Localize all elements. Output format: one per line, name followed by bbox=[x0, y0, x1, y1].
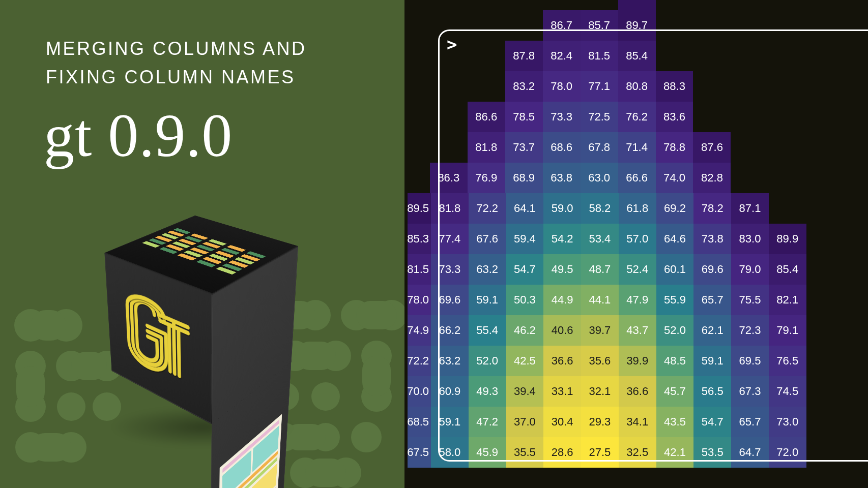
heatmap-cell: 70.0 bbox=[408, 376, 431, 407]
heatmap-cell: 46.2 bbox=[506, 315, 544, 346]
heatmap-cell bbox=[806, 193, 844, 224]
heatmap-cell: 83.2 bbox=[505, 71, 543, 102]
heatmap-cell: 52.4 bbox=[619, 254, 656, 285]
heatmap-cell bbox=[806, 224, 844, 254]
heatmap-cell bbox=[806, 163, 844, 193]
heatmap-cell bbox=[844, 437, 868, 468]
heatmap-row: 85.377.467.659.454.253.457.064.673.883.0… bbox=[408, 224, 868, 254]
heatmap-cell: 52.0 bbox=[469, 346, 506, 376]
heatmap-cell bbox=[806, 41, 844, 71]
heatmap-cell bbox=[408, 71, 430, 102]
heatmap-cell: 72.0 bbox=[769, 437, 806, 468]
heatmap-cell: 59.0 bbox=[543, 193, 581, 224]
heatmap-cell: 81.5 bbox=[581, 41, 618, 71]
heatmap-cell bbox=[505, 0, 543, 10]
heatmap-cell bbox=[806, 346, 844, 376]
heatmap-cell: 89.9 bbox=[769, 224, 806, 254]
heatmap-cell: 59.1 bbox=[469, 285, 506, 315]
heatmap-cell: 85.3 bbox=[408, 224, 431, 254]
heatmap-cell: 47.9 bbox=[619, 285, 656, 315]
heatmap-cell: 67.6 bbox=[469, 224, 506, 254]
heatmap-cell bbox=[731, 102, 768, 132]
heatmap-row: 86.678.573.372.576.283.6 bbox=[408, 102, 868, 132]
heatmap-cell: 87.1 bbox=[731, 193, 769, 224]
heatmap-cell: 29.3 bbox=[581, 407, 619, 437]
tagline-line-2: FIXING COLUMN NAMES bbox=[46, 63, 307, 92]
heatmap-cell: 64.1 bbox=[506, 193, 544, 224]
heatmap-cell: 76.9 bbox=[468, 163, 505, 193]
heatmap-cell: 45.7 bbox=[656, 376, 694, 407]
hero-tagline: MERGING COLUMNS AND FIXING COLUMN NAMES bbox=[46, 35, 307, 92]
svg-point-3 bbox=[15, 351, 46, 381]
heatmap-cell: 76.2 bbox=[618, 102, 656, 132]
heatmap-cell bbox=[468, 0, 505, 10]
heatmap-cell bbox=[844, 0, 868, 10]
heatmap-cell: 78.5 bbox=[505, 102, 543, 132]
heatmap-cell: 71.4 bbox=[618, 132, 656, 163]
heatmap-cell: 32.1 bbox=[581, 376, 619, 407]
heatmap-cell bbox=[844, 376, 868, 407]
heatmap-cell bbox=[430, 10, 468, 41]
heatmap-cell bbox=[844, 315, 868, 346]
heatmap-cell bbox=[731, 163, 768, 193]
heatmap-cell: 83.6 bbox=[656, 102, 693, 132]
heatmap-cell: 63.2 bbox=[469, 254, 506, 285]
cube-right-layout-card bbox=[219, 414, 282, 488]
heatmap-cell bbox=[430, 71, 468, 102]
heatmap-cell: 73.3 bbox=[543, 102, 581, 132]
heatmap-cell bbox=[468, 41, 505, 71]
svg-point-23 bbox=[361, 341, 392, 371]
heatmap-cell: 49.5 bbox=[543, 254, 581, 285]
heatmap-cell: 83.0 bbox=[731, 224, 769, 254]
heatmap-cell bbox=[731, 132, 768, 163]
hero-panel: MERGING COLUMNS AND FIXING COLUMN NAMES … bbox=[0, 0, 404, 488]
heatmap-row: 86.376.968.963.863.066.674.082.8 bbox=[408, 163, 868, 193]
heatmap-cell: 77.4 bbox=[431, 224, 469, 254]
heatmap-cell: 58.2 bbox=[581, 193, 619, 224]
heatmap-cell bbox=[806, 376, 844, 407]
heatmap-cell bbox=[768, 41, 806, 71]
heatmap-cell bbox=[408, 102, 430, 132]
gt-logo-icon bbox=[119, 275, 197, 400]
heatmap-cell: 68.9 bbox=[505, 163, 543, 193]
heatmap-cell: 37.0 bbox=[506, 407, 544, 437]
heatmap-cell bbox=[806, 10, 844, 41]
heatmap-cell: 60.1 bbox=[656, 254, 694, 285]
heatmap-cell bbox=[768, 102, 806, 132]
heatmap-cell: 79.0 bbox=[731, 254, 769, 285]
heatmap-cell bbox=[693, 71, 731, 102]
heatmap-cell: 89.7 bbox=[618, 10, 656, 41]
heatmap-cell bbox=[656, 10, 693, 41]
heatmap-cell: 64.7 bbox=[731, 437, 769, 468]
heatmap-cell: 82.8 bbox=[693, 163, 731, 193]
heatmap-cell: 58.0 bbox=[431, 437, 469, 468]
heatmap-cell bbox=[806, 407, 844, 437]
tagline-line-1: MERGING COLUMNS AND bbox=[46, 35, 307, 63]
heatmap-row: 67.558.045.935.528.627.532.542.153.564.7… bbox=[408, 437, 868, 468]
heatmap-cell: 74.0 bbox=[656, 163, 693, 193]
heatmap-cell bbox=[408, 132, 430, 163]
heatmap-cell bbox=[693, 41, 731, 71]
heatmap-cell: 67.5 bbox=[408, 437, 431, 468]
heatmap-cell: 78.0 bbox=[408, 285, 431, 315]
heatmap-cell bbox=[468, 10, 505, 41]
heatmap-cell: 44.1 bbox=[581, 285, 619, 315]
heatmap-cell: 47.2 bbox=[469, 407, 506, 437]
heatmap-row: 86.785.789.7 bbox=[408, 10, 868, 41]
svg-rect-5 bbox=[16, 366, 45, 407]
heatmap-cell bbox=[768, 10, 806, 41]
heatmap-cell: 36.6 bbox=[543, 346, 581, 376]
heatmap-cell: 40.6 bbox=[543, 315, 581, 346]
heatmap-cell bbox=[844, 132, 868, 163]
heatmap-cell bbox=[806, 437, 844, 468]
heatmap-cell bbox=[468, 71, 505, 102]
heatmap-row: 89.581.872.264.159.058.261.869.278.287.1 bbox=[408, 193, 868, 224]
heatmap-cell: 72.5 bbox=[581, 102, 618, 132]
heatmap-cell bbox=[806, 285, 844, 315]
heatmap-cell bbox=[769, 193, 806, 224]
heatmap-row: 81.573.363.254.749.548.752.460.169.679.0… bbox=[408, 254, 868, 285]
heatmap-cell: 65.7 bbox=[693, 285, 731, 315]
heatmap-cell bbox=[844, 254, 868, 285]
heatmap-cell: 39.7 bbox=[581, 315, 619, 346]
heatmap-cell bbox=[693, 10, 731, 41]
